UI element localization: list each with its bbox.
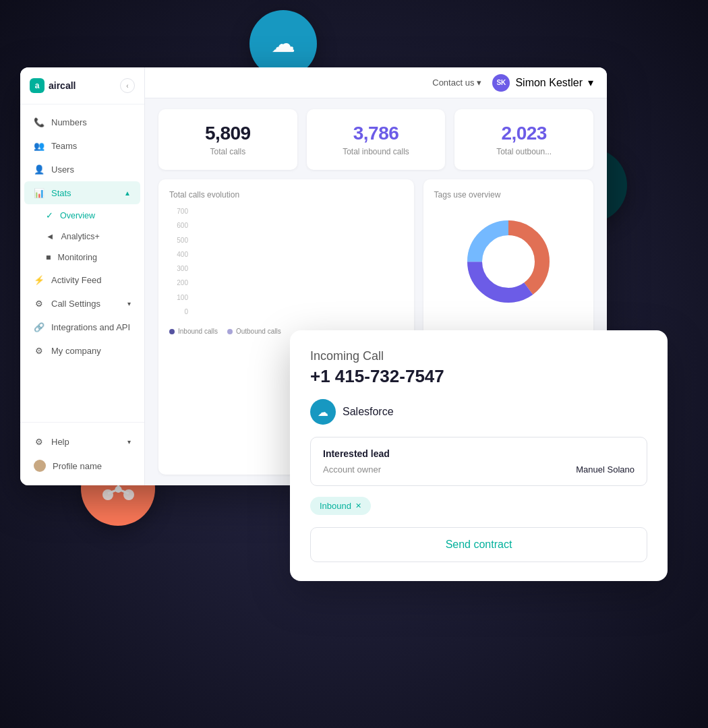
sidebar-item-activity-feed[interactable]: ⚡ Activity Feed	[24, 268, 140, 291]
user-menu[interactable]: SK Simon Kestler ▾	[492, 74, 593, 92]
total-outbound-value: 2,023	[468, 123, 580, 144]
topbar: Contact us ▾ SK Simon Kestler ▾	[145, 67, 607, 98]
stats-chevron-icon: ▲	[124, 189, 131, 197]
sidebar-item-analytics-label: Analytics+	[61, 232, 99, 241]
total-calls-value: 5,809	[172, 123, 284, 144]
lead-row: Account owner Manuel Solano	[323, 464, 635, 475]
donut-container	[434, 208, 583, 315]
salesforce-cloud-icon: ☁	[271, 30, 295, 58]
y-label-300: 300	[169, 265, 188, 272]
user-avatar: SK	[492, 74, 510, 92]
total-outbound-label: Total outboun...	[468, 147, 580, 156]
stat-total-outbound: 2,023 Total outboun...	[454, 109, 593, 170]
sidebar-item-profile-label: Profile name	[53, 461, 102, 471]
user-initials: SK	[496, 79, 506, 86]
inbound-tag[interactable]: Inbound ✕	[310, 497, 371, 515]
y-axis: 700 600 500 400 300 200 100 0	[169, 208, 188, 329]
sidebar: a aircall ‹ 📞 Numbers 👥 Teams 👤 Users 📊 …	[20, 67, 145, 485]
donut-chart-svg	[461, 214, 556, 309]
sidebar-footer: ⚙ Help ▾ Profile name	[20, 422, 144, 485]
sidebar-item-overview[interactable]: ✓ Overview	[24, 205, 140, 226]
bar-chart-title: Total calls evolution	[169, 190, 403, 200]
user-chevron-icon: ▾	[588, 76, 593, 89]
sidebar-item-monitoring[interactable]: ■ Monitoring	[24, 247, 140, 268]
svg-point-6	[115, 486, 121, 493]
y-label-200: 200	[169, 279, 188, 286]
inbound-tag-close-icon[interactable]: ✕	[355, 502, 361, 510]
salesforce-badge-cloud-icon: ☁	[318, 406, 328, 419]
y-label-400: 400	[169, 251, 188, 258]
sidebar-item-profile[interactable]: Profile name	[24, 454, 140, 478]
total-inbound-label: Total inbound calls	[320, 147, 432, 156]
incoming-call-panel: Incoming Call +1 415-732-7547 ☁ Salesfor…	[290, 330, 668, 581]
total-calls-label: Total calls	[172, 147, 284, 156]
sidebar-item-numbers[interactable]: 📞 Numbers	[24, 111, 140, 133]
help-arrow-icon: ▾	[127, 438, 131, 446]
legend-inbound-label: Inbound calls	[178, 328, 218, 335]
aircall-logo-icon: a	[30, 78, 45, 93]
activity-feed-icon: ⚡	[34, 274, 45, 285]
legend-outbound-label: Outbound calls	[236, 328, 281, 335]
sidebar-item-users[interactable]: 👤 Users	[24, 158, 140, 181]
salesforce-badge: ☁ Salesforce	[310, 399, 647, 425]
aircall-logo-text: aircall	[49, 80, 76, 91]
total-inbound-value: 3,786	[320, 123, 432, 144]
inbound-tag-label: Inbound	[320, 501, 351, 511]
sidebar-item-integrations[interactable]: 🔗 Integrations and API	[24, 315, 140, 338]
sidebar-item-integrations-label: Integrations and API	[51, 322, 130, 332]
monitoring-icon: ■	[46, 253, 51, 262]
sidebar-item-my-company-label: My company	[51, 346, 101, 356]
user-name: Simon Kestler	[515, 77, 583, 89]
sidebar-item-my-company[interactable]: ⚙ My company	[24, 339, 140, 362]
lead-card: Interested lead Account owner Manuel Sol…	[310, 437, 647, 486]
y-label-0: 0	[169, 308, 188, 315]
sidebar-item-numbers-label: Numbers	[51, 117, 87, 127]
call-settings-arrow-icon: ▾	[127, 300, 131, 307]
sidebar-back-button[interactable]: ‹	[120, 78, 135, 93]
y-label-600: 600	[169, 222, 188, 229]
sidebar-item-activity-feed-label: Activity Feed	[51, 275, 101, 285]
legend-outbound-dot	[227, 329, 233, 334]
sidebar-item-teams[interactable]: 👥 Teams	[24, 134, 140, 157]
y-label-100: 100	[169, 294, 188, 301]
lead-title: Interested lead	[323, 448, 635, 459]
phone-icon: 📞	[34, 117, 45, 127]
profile-avatar-icon	[34, 460, 46, 472]
lead-account-owner-key: Account owner	[323, 464, 381, 475]
sidebar-item-analytics[interactable]: ◄ Analytics+	[24, 226, 140, 247]
sidebar-header: a aircall ‹	[20, 67, 144, 104]
sidebar-item-help-label: Help	[51, 437, 69, 447]
sidebar-item-stats[interactable]: 📊 Stats ▲	[24, 181, 140, 204]
call-settings-icon: ⚙	[34, 298, 45, 309]
help-icon: ⚙	[34, 436, 45, 447]
integrations-icon: 🔗	[34, 322, 45, 332]
y-label-500: 500	[169, 237, 188, 244]
contact-us-button[interactable]: Contact us ▾	[432, 78, 481, 88]
incoming-call-label: Incoming Call	[310, 349, 647, 363]
sidebar-item-overview-label: Overview	[60, 211, 95, 220]
stats-icon: 📊	[34, 187, 45, 198]
sidebar-item-monitoring-label: Monitoring	[58, 253, 97, 262]
sidebar-nav: 📞 Numbers 👥 Teams 👤 Users 📊 Stats ▲ ✓ Ov…	[20, 104, 144, 422]
legend-inbound: Inbound calls	[169, 328, 218, 335]
sidebar-item-users-label: Users	[51, 164, 74, 175]
users-icon: 👤	[34, 164, 45, 175]
my-company-icon: ⚙	[34, 345, 45, 356]
incoming-call-number: +1 415-732-7547	[310, 366, 647, 387]
sidebar-item-call-settings[interactable]: ⚙ Call Settings ▾	[24, 292, 140, 315]
contact-chevron-icon: ▾	[477, 78, 481, 88]
lead-account-owner-value: Manuel Solano	[576, 464, 635, 475]
sidebar-item-call-settings-label: Call Settings	[51, 299, 100, 309]
stat-total-calls: 5,809 Total calls	[158, 109, 297, 170]
donut-chart-title: Tags use overview	[434, 190, 583, 200]
sidebar-item-teams-label: Teams	[51, 141, 77, 151]
teams-icon: 👥	[34, 140, 45, 151]
send-contract-button[interactable]: Send contract	[310, 527, 647, 562]
tags-row: Inbound ✕	[310, 497, 647, 515]
sidebar-item-stats-label: Stats	[51, 188, 71, 198]
aircall-logo: a aircall	[30, 78, 76, 93]
sidebar-item-help[interactable]: ⚙ Help ▾	[24, 430, 140, 453]
overview-check-icon: ✓	[46, 210, 53, 220]
salesforce-badge-name: Salesforce	[343, 406, 394, 418]
bars-container	[191, 208, 403, 315]
